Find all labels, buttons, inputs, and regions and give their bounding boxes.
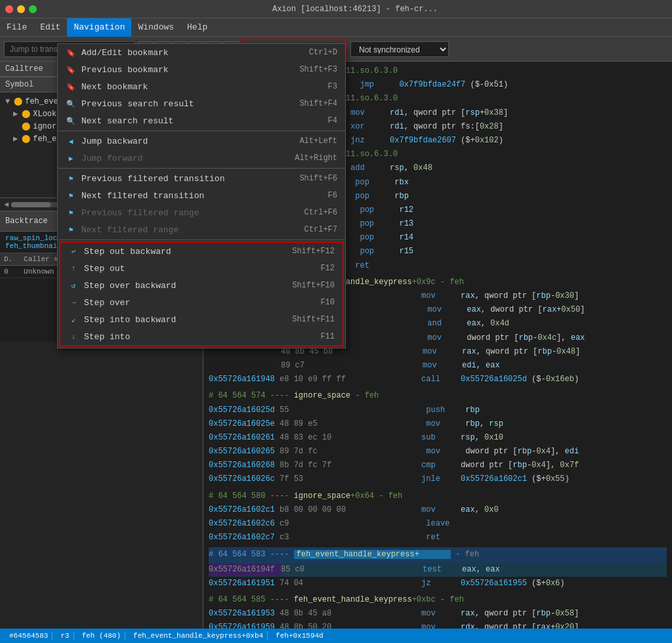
disasm-line: 0x55726a1602c7 c3 ret bbox=[209, 531, 667, 545]
func-icon3: ⬤ bbox=[22, 121, 30, 131]
mnemonic: and bbox=[427, 318, 467, 330]
highlight-comment: # 64 564 583 ---- feh_event_handle_keypr… bbox=[209, 549, 479, 561]
disasm-line: 89 c7 mov edi, eax bbox=[209, 359, 667, 373]
dd-next-bookmark[interactable]: 🔖 Next bookmark F3 bbox=[58, 78, 345, 95]
nav-dropdown-menu: 🔖 Add/Edit bookmark Ctrl+D 🔖 Previous bo… bbox=[57, 43, 346, 348]
traffic-lights bbox=[5, 5, 37, 13]
step-out-icon: ↑ bbox=[68, 263, 79, 274]
menu-file[interactable]: File bbox=[0, 18, 33, 37]
dd-step-into[interactable]: ↓ Step into F11 bbox=[60, 328, 343, 345]
filter-prev-icon: ⚑ bbox=[66, 173, 76, 184]
dd-add-bookmark[interactable]: 🔖 Add/Edit bookmark Ctrl+D bbox=[58, 44, 345, 61]
mnemonic: mov bbox=[426, 446, 465, 458]
cell-d: 0 bbox=[0, 266, 20, 278]
addr[interactable]: 0x55726a1602c1 bbox=[209, 504, 275, 516]
addr[interactable]: 0x55726a161953 bbox=[209, 608, 275, 620]
menu-windows[interactable]: Windows bbox=[131, 18, 180, 37]
dd-step-into-back[interactable]: ↙ Step into backward Shift+F11 bbox=[60, 311, 343, 328]
addr[interactable]: 0x55726a16026c bbox=[209, 473, 275, 486]
bytes: 7f 53 bbox=[280, 473, 421, 486]
mnemonic: test bbox=[423, 564, 462, 576]
disasm-line: 0x55726a1602c6 c9 leave bbox=[209, 517, 667, 531]
addr[interactable]: 0x55726a16025d bbox=[209, 404, 275, 417]
mnemonic: ret bbox=[355, 260, 394, 272]
disasm-line: 0x55726a161951 74 04 jz 0x55726a161955 (… bbox=[209, 577, 667, 591]
disasm-line: 0x55726a16026c 7f 53 jnle 0x55726a1602c1… bbox=[209, 472, 667, 486]
mnemonic: jmp bbox=[360, 79, 399, 91]
operands: rdi, qword ptr fs:[0x28] bbox=[390, 121, 503, 133]
dd-prev-search[interactable]: 🔍 Previous search result Shift+F4 bbox=[58, 95, 345, 112]
mnemonic: mov bbox=[421, 290, 461, 302]
expand-icon2: ▶ bbox=[13, 109, 18, 119]
separator2 bbox=[58, 168, 345, 169]
bytes: b8 00 00 00 00 bbox=[280, 504, 421, 516]
section-comment2: # 64 564 574 ---- ignore_space - feh bbox=[209, 390, 379, 402]
jump-back-icon: ◀ bbox=[66, 136, 76, 146]
dd-step-out-back[interactable]: ↩ Step out backward Shift+F12 bbox=[60, 243, 343, 260]
operands: r14 bbox=[399, 232, 413, 244]
dd-step-over-back[interactable]: ↺ Step over backward Shift+F10 bbox=[60, 277, 343, 294]
bytes: 85 c0 bbox=[281, 564, 423, 576]
menu-help[interactable]: Help bbox=[180, 18, 214, 37]
addr[interactable]: 0x55726a16025e bbox=[209, 418, 275, 430]
mnemonic: call bbox=[421, 373, 461, 386]
operands: 0x7f9bfdae24f7 ($-0x51) bbox=[399, 79, 508, 91]
close-button[interactable] bbox=[5, 5, 13, 13]
next-bookmark-icon: 🔖 bbox=[66, 81, 76, 92]
disasm-section-line2: # 64 564 574 ---- ignore_space - feh bbox=[209, 389, 667, 403]
status-position: #64564583 bbox=[5, 632, 52, 640]
step-over-back-icon: ↺ bbox=[68, 280, 79, 291]
status-symbol: feh_event_handle_keypress+0xb4 bbox=[129, 632, 268, 640]
scrollbar-thumb[interactable] bbox=[11, 202, 51, 207]
addr[interactable]: 0x55726a161951 bbox=[209, 577, 275, 590]
dd-jump-back[interactable]: ◀ Jump backward Alt+Left bbox=[58, 133, 345, 150]
sync-select[interactable]: Not synchronized bbox=[350, 41, 449, 57]
operands: edi, eax bbox=[462, 360, 500, 372]
operands: r13 bbox=[399, 218, 413, 230]
next-search-icon: 🔍 bbox=[66, 115, 76, 126]
mnemonic: mov bbox=[423, 346, 462, 358]
mnemonic: mov bbox=[423, 360, 462, 372]
addr[interactable]: 0x55726a161948 bbox=[209, 373, 275, 386]
maximize-button[interactable] bbox=[29, 5, 37, 13]
disasm-line: 0x55726a16025d 55 push rbp bbox=[209, 404, 667, 417]
separator1 bbox=[58, 131, 345, 131]
func-icon2: ⬤ bbox=[22, 109, 30, 119]
filter-next-icon: ⚑ bbox=[66, 190, 76, 201]
dd-prev-filtered-trans[interactable]: ⚑ Previous filtered transition Shift+F6 bbox=[58, 170, 345, 187]
disasm-section-line5: # 64 564 585 ---- feh_event_handle_keypr… bbox=[209, 593, 667, 607]
backtrace-label: Backtrace bbox=[5, 217, 48, 226]
mnemonic: mov bbox=[350, 107, 390, 119]
addr[interactable]: 0x55726a160268 bbox=[209, 459, 275, 472]
addr[interactable]: 0x55726a1602c6 bbox=[209, 518, 275, 530]
operands: eax, eax bbox=[462, 564, 500, 576]
mnemonic: pop bbox=[360, 204, 399, 217]
mnemonic: xor bbox=[350, 121, 390, 133]
mnemonic: add bbox=[350, 162, 390, 175]
dd-step-over[interactable]: → Step over F10 bbox=[60, 294, 343, 311]
addr[interactable]: 0x55726a160261 bbox=[209, 432, 275, 444]
operands: dword ptr [rbp-0x4], edi bbox=[465, 446, 579, 458]
dd-prev-bookmark[interactable]: 🔖 Previous bookmark Shift+F3 bbox=[58, 61, 345, 78]
operands: r15 bbox=[399, 245, 413, 258]
operands: 0x55726a1602c1 ($+0x55) bbox=[461, 473, 570, 486]
minimize-button[interactable] bbox=[17, 5, 25, 13]
status-register: r3 bbox=[56, 632, 74, 640]
mnemonic: ret bbox=[426, 531, 465, 544]
dd-next-filtered-trans[interactable]: ⚑ Next filtered transition F6 bbox=[58, 187, 345, 204]
operands: 0x55726a16025d ($-0x16eb) bbox=[461, 373, 579, 386]
mnemonic: pop bbox=[355, 190, 394, 203]
menu-navigation[interactable]: Navigation bbox=[67, 18, 131, 37]
disasm-line: 0x55726a16194f 85 c0 test eax, eax bbox=[209, 563, 667, 577]
section-comment5: # 64 564 585 ---- feh_event_handle_keypr… bbox=[209, 594, 464, 606]
step-over-icon: → bbox=[68, 297, 79, 308]
dd-step-out[interactable]: ↑ Step out F12 bbox=[60, 260, 343, 277]
scroll-left-icon[interactable]: ◀ bbox=[4, 199, 9, 209]
mnemonic: mov bbox=[421, 608, 461, 620]
menu-edit[interactable]: Edit bbox=[33, 18, 67, 37]
dd-next-search[interactable]: 🔍 Next search result F4 bbox=[58, 112, 345, 129]
titlebar: Axion [localhost:46213] - feh-cr... bbox=[0, 0, 672, 18]
addr[interactable]: 0x55726a160265 bbox=[209, 446, 275, 458]
addr[interactable]: 0x55726a1602c7 bbox=[209, 531, 275, 544]
expand-icon3 bbox=[13, 122, 18, 131]
